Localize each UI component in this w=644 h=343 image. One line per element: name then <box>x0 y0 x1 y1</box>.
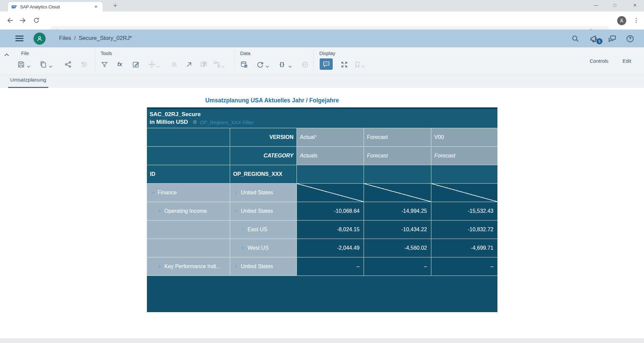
tab-title: SAP Analytics Cloud <box>20 4 93 9</box>
version-cell-actual[interactable]: Actual* <box>297 128 364 146</box>
row-west-us-region[interactable]: West US <box>230 239 297 257</box>
cell-operating-income-actual[interactable]: -10,068.64 <box>297 202 364 220</box>
edit-annotation-icon[interactable] <box>131 60 140 69</box>
new-tab-button[interactable]: + <box>111 1 120 10</box>
pin-icon[interactable] <box>170 60 178 69</box>
tab-umsatzplanung[interactable]: Umsatzplanung <box>10 77 46 83</box>
chevron-right-icon[interactable] <box>234 191 238 194</box>
comment-mode-button[interactable] <box>320 58 333 70</box>
table-title: Umsatzplanung USA Aktuelles Jahr / Folge… <box>205 97 339 104</box>
share-icon[interactable] <box>64 60 72 69</box>
cell-west-us-forecast[interactable]: -4,560.02 <box>364 239 431 257</box>
chevron-right-icon[interactable] <box>241 247 245 249</box>
filter-icon[interactable] <box>100 60 109 69</box>
chevron-down-icon[interactable] <box>234 210 238 212</box>
row-kpi-account[interactable]: Key Performance Indi... <box>147 257 230 276</box>
window-minimize-button[interactable]: — <box>591 3 601 8</box>
cell-kpi-forecast[interactable]: – <box>364 257 431 276</box>
controls-button[interactable]: Controls <box>590 58 608 64</box>
forward-icon[interactable] <box>19 17 27 24</box>
filter-chip-link[interactable]: OP_Regions_XXX Filter <box>200 119 254 125</box>
row-west-us-account[interactable] <box>147 239 230 257</box>
window-maximize-button[interactable]: □ <box>610 3 620 8</box>
variables-dropdown-chevron-icon[interactable] <box>288 63 292 66</box>
cell-operating-income-forecast[interactable]: -14,994.25 <box>364 202 431 220</box>
cell-finance-forecast[interactable] <box>364 184 431 202</box>
category-cell-actuals[interactable]: Actuals <box>297 147 364 165</box>
version-cell-v00[interactable]: V00 <box>431 128 497 146</box>
move-dropdown-chevron-icon[interactable] <box>156 63 160 66</box>
revert-icon[interactable] <box>80 60 89 69</box>
category-cell-forecast-2[interactable]: Forecast <box>431 147 497 165</box>
data-model-icon[interactable] <box>239 60 248 69</box>
variables-icon[interactable]: {} <box>278 60 286 69</box>
window-close-button[interactable]: ✕ <box>630 3 640 8</box>
chevron-right-icon[interactable] <box>158 265 162 268</box>
comments-icon[interactable] <box>608 35 616 43</box>
chevron-right-icon[interactable] <box>158 210 162 212</box>
id-column-header[interactable]: ID <box>147 165 230 183</box>
toolbar-section-file: File <box>21 51 29 56</box>
breadcrumb-story-name: Secure_Story_02RJ* <box>79 35 132 41</box>
duplicate-icon[interactable] <box>39 60 48 69</box>
cell-west-us-actual[interactable]: -2,044.49 <box>297 239 364 257</box>
row-operating-income-region[interactable]: United States <box>230 202 297 220</box>
row-kpi-region[interactable]: United States <box>230 257 297 276</box>
refresh-dropdown-chevron-icon[interactable] <box>266 63 269 66</box>
save-dropdown-chevron-icon[interactable] <box>27 63 30 66</box>
cell-east-us-forecast[interactable]: -10,434.22 <box>364 220 431 239</box>
formula-icon[interactable]: fx <box>115 60 124 69</box>
save-icon[interactable] <box>17 60 25 69</box>
model-name: SAC_02RJ_Secure <box>150 111 201 118</box>
row-east-us-region[interactable]: East US <box>230 220 297 239</box>
cell-kpi-actual[interactable]: – <box>297 257 364 276</box>
category-cell-forecast-1[interactable]: Forecast <box>364 147 431 165</box>
cell-kpi-v00[interactable]: – <box>431 257 497 276</box>
chrome-profile-avatar[interactable] <box>617 16 626 25</box>
chevron-down-icon[interactable] <box>151 191 155 194</box>
row-east-us-account[interactable] <box>147 220 230 239</box>
help-icon[interactable] <box>626 35 634 43</box>
table-layout-icon[interactable] <box>199 60 208 69</box>
version-history-icon[interactable] <box>301 60 309 69</box>
refresh-icon[interactable] <box>33 17 40 24</box>
chevron-right-icon[interactable] <box>241 228 245 231</box>
breadcrumb-files-link[interactable]: Files <box>59 35 71 41</box>
row-finance-account[interactable]: Finance <box>147 184 230 202</box>
bottom-strip <box>0 338 644 343</box>
version-cell-forecast[interactable]: Forecast <box>364 128 431 146</box>
browser-tab[interactable]: SAP SAP Analytics Cloud ✕ <box>8 2 103 11</box>
cell-east-us-actual[interactable]: -8,024.15 <box>297 220 364 239</box>
collapse-toolbar-icon[interactable] <box>4 52 9 58</box>
edit-button[interactable]: Edit <box>623 58 631 64</box>
chevron-right-icon[interactable] <box>234 265 238 268</box>
row-operating-income-account[interactable]: Operating Income <box>147 202 230 220</box>
tab-close-icon[interactable]: ✕ <box>93 4 99 10</box>
cell-finance-actual[interactable] <box>297 184 364 202</box>
linked-analysis-chevron-icon[interactable] <box>221 63 225 66</box>
linked-analysis-icon[interactable] <box>213 60 221 69</box>
bookmark-dropdown-chevron-icon[interactable] <box>362 63 365 66</box>
menu-hamburger-icon[interactable] <box>15 36 23 41</box>
toolbar-divider <box>95 50 95 71</box>
refresh-data-icon[interactable] <box>256 60 264 69</box>
cell-finance-v00[interactable] <box>431 184 497 202</box>
dimension-column-header[interactable]: OP_REGIONS_XXX <box>230 165 297 183</box>
open-in-new-icon[interactable] <box>184 60 193 69</box>
browser-tab-strip: SAP SAP Analytics Cloud ✕ + — □ ✕ <box>0 0 644 11</box>
chrome-menu-icon[interactable]: ⋮ <box>633 17 639 24</box>
user-avatar[interactable] <box>34 33 46 45</box>
row-finance-region[interactable]: United States <box>230 184 297 202</box>
bookmark-icon[interactable] <box>353 60 362 69</box>
cell-east-us-v00[interactable]: -10,832.72 <box>431 220 497 239</box>
cell-west-us-v00[interactable]: -4,699.71 <box>431 239 497 257</box>
search-icon[interactable] <box>571 35 579 43</box>
duplicate-dropdown-chevron-icon[interactable] <box>49 63 52 66</box>
unit-label: in Million USD <box>150 119 188 126</box>
fullscreen-icon[interactable] <box>340 60 348 69</box>
move-icon[interactable] <box>148 60 156 69</box>
story-canvas: Umsatzplanung USA Aktuelles Jahr / Folge… <box>0 88 644 338</box>
sap-favicon: SAP <box>11 4 17 10</box>
cell-operating-income-v00[interactable]: -15,532.43 <box>431 202 497 220</box>
back-icon[interactable] <box>6 17 13 24</box>
